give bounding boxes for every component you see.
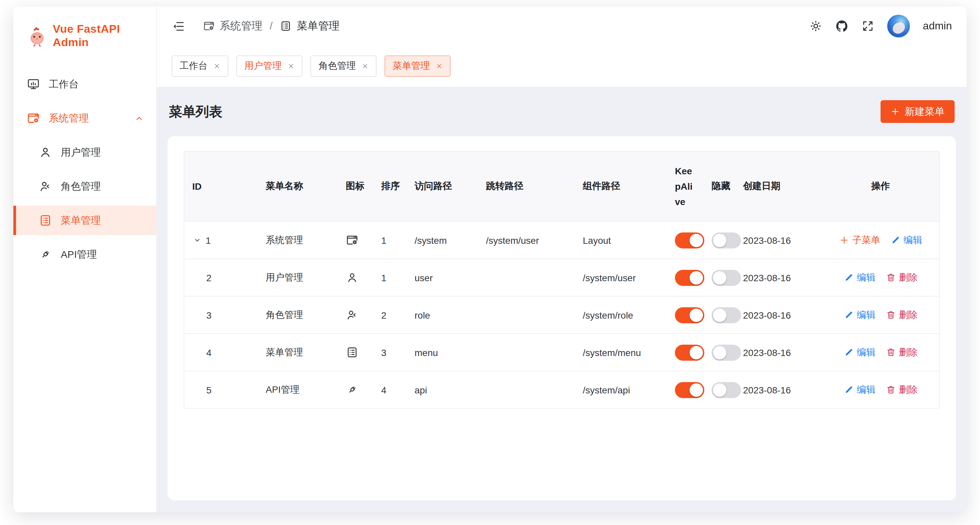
sidebar-item-label: 菜单管理 <box>61 214 101 227</box>
pencil-icon <box>890 235 900 245</box>
sidebar-submenu-system: 用户管理 角色管理 菜单管理 API管理 <box>13 137 156 269</box>
github-icon[interactable] <box>835 19 849 33</box>
role-icon <box>39 180 52 193</box>
keepalive-toggle[interactable] <box>675 307 704 323</box>
menu-icon <box>39 214 52 227</box>
col-header-id: ID <box>184 152 258 221</box>
breadcrumb-separator: / <box>270 20 273 32</box>
sidebar-item-label: 系统管理 <box>49 112 89 124</box>
col-header-keepalive: KeepAlive <box>667 152 704 221</box>
table-row: 5 API管理 4 api /system/api 2023-08-16 <box>184 371 939 408</box>
tab-roles[interactable]: 角色管理 <box>310 56 377 77</box>
menu-list-card: ID 菜单名称 图标 排序 访问路径 跳转路径 组件路径 KeepAlive 隐… <box>167 136 956 500</box>
col-header-path: 访问路径 <box>407 152 478 221</box>
sidebar-item-label: 用户管理 <box>61 146 101 159</box>
pencil-icon <box>843 310 853 320</box>
avatar[interactable] <box>888 15 910 37</box>
window-gear-icon <box>346 234 358 246</box>
delete-button[interactable]: 删除 <box>886 384 918 396</box>
col-header-name: 菜单名称 <box>258 152 338 221</box>
delete-button[interactable]: 删除 <box>886 271 918 284</box>
keepalive-toggle[interactable] <box>675 232 704 248</box>
trash-icon <box>886 385 896 395</box>
table-header-row: ID 菜单名称 图标 排序 访问路径 跳转路径 组件路径 KeepAlive 隐… <box>184 152 939 221</box>
hidden-toggle[interactable] <box>712 344 741 361</box>
sidebar-menu: 工作台 系统管理 用户管理 角色管理 <box>13 69 156 269</box>
keepalive-toggle[interactable] <box>675 270 704 286</box>
tab-users[interactable]: 用户管理 <box>236 56 302 77</box>
username[interactable]: admin <box>923 20 952 32</box>
edit-button[interactable]: 编辑 <box>843 346 875 358</box>
trash-icon <box>886 310 896 320</box>
user-icon <box>39 145 52 159</box>
sidebar-item-label: 角色管理 <box>61 180 101 193</box>
keepalive-toggle[interactable] <box>675 344 704 361</box>
breadcrumb-item-menus[interactable]: 菜单管理 <box>280 19 339 33</box>
tab-menus[interactable]: 菜单管理 <box>385 56 450 77</box>
api-icon <box>346 383 358 396</box>
hidden-toggle[interactable] <box>712 232 741 248</box>
sidebar-item-users[interactable]: 用户管理 <box>13 137 156 167</box>
close-icon[interactable] <box>288 63 294 69</box>
menu-table: ID 菜单名称 图标 排序 访问路径 跳转路径 组件路径 KeepAlive 隐… <box>184 151 940 409</box>
create-menu-button[interactable]: 新建菜单 <box>881 100 955 123</box>
tab-workbench[interactable]: 工作台 <box>172 56 228 77</box>
pencil-icon <box>843 347 853 357</box>
sidebar: Vue FastAPI Admin 工作台 系统管理 用户管理 <box>13 7 157 512</box>
col-header-date: 创建日期 <box>735 152 822 221</box>
collapse-row-icon[interactable] <box>192 235 202 245</box>
trash-icon <box>886 273 896 282</box>
col-header-icon: 图标 <box>338 152 373 221</box>
edit-button[interactable]: 编辑 <box>843 309 875 321</box>
hidden-toggle[interactable] <box>712 307 741 323</box>
hidden-toggle[interactable] <box>712 270 741 286</box>
app-window: Vue FastAPI Admin 工作台 系统管理 用户管理 <box>13 7 967 512</box>
theme-sun-icon[interactable] <box>810 19 823 33</box>
table-row: 2 用户管理 1 user /system/user 2023-08-16 <box>184 259 939 296</box>
sidebar-item-label: API管理 <box>61 248 97 261</box>
sidebar-item-menus[interactable]: 菜单管理 <box>13 206 156 235</box>
content: 菜单列表 新建菜单 ID 菜单名称 图标 排序 访问路径 <box>157 87 967 512</box>
edit-button[interactable]: 编辑 <box>890 234 922 246</box>
col-header-actions: 操作 <box>822 152 939 221</box>
menu-icon <box>346 346 358 359</box>
add-submenu-button[interactable]: 子菜单 <box>839 234 880 246</box>
hidden-toggle[interactable] <box>712 382 741 398</box>
close-icon[interactable] <box>436 63 442 69</box>
user-icon <box>346 271 358 284</box>
breadcrumb-item-system[interactable]: 系统管理 <box>203 19 262 33</box>
edit-button[interactable]: 编辑 <box>843 271 875 284</box>
collapse-sidebar-icon[interactable] <box>172 19 186 33</box>
sidebar-item-api[interactable]: API管理 <box>13 240 156 269</box>
tab-bar: 工作台 用户管理 角色管理 菜单管理 <box>157 45 967 87</box>
edit-button[interactable]: 编辑 <box>843 384 875 396</box>
main-area: 系统管理 / 菜单管理 admin <box>157 7 967 512</box>
col-header-order: 排序 <box>373 152 407 221</box>
sidebar-item-system[interactable]: 系统管理 <box>13 104 156 133</box>
page-title: 菜单列表 <box>169 102 222 121</box>
chevron-up-icon <box>134 113 144 123</box>
table-row: 3 角色管理 2 role /system/role 2023-08-16 <box>184 296 939 333</box>
col-header-component: 组件路径 <box>575 152 667 221</box>
monitor-icon <box>27 78 40 91</box>
pencil-icon <box>843 273 853 282</box>
api-icon <box>39 248 52 261</box>
window-gear-icon <box>27 112 40 125</box>
fullscreen-icon[interactable] <box>862 19 875 33</box>
role-icon <box>346 309 358 321</box>
topbar-actions: admin <box>810 15 952 37</box>
app-title: Vue FastAPI Admin <box>53 23 156 49</box>
close-icon[interactable] <box>214 63 220 69</box>
sidebar-item-roles[interactable]: 角色管理 <box>13 172 156 201</box>
keepalive-toggle[interactable] <box>675 382 704 398</box>
breadcrumb: 系统管理 / 菜单管理 <box>203 19 339 33</box>
plus-icon <box>891 107 900 116</box>
app-logo: Vue FastAPI Admin <box>13 7 156 49</box>
plus-icon <box>839 235 849 245</box>
delete-button[interactable]: 删除 <box>886 309 918 321</box>
table-body: 1 系统管理 1 /system /system/user Layout <box>184 221 939 408</box>
sidebar-item-workbench[interactable]: 工作台 <box>13 69 156 99</box>
delete-button[interactable]: 删除 <box>886 346 918 358</box>
topbar: 系统管理 / 菜单管理 admin <box>157 7 967 45</box>
close-icon[interactable] <box>362 63 369 69</box>
